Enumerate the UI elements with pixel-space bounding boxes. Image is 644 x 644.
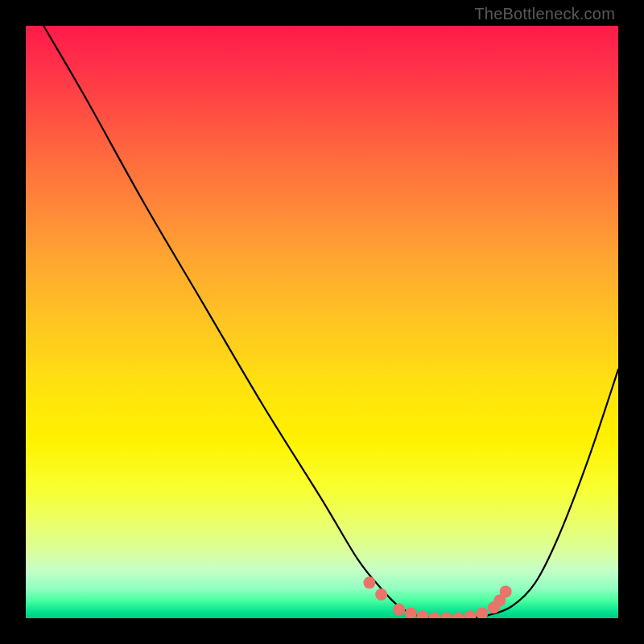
marker-dot — [375, 588, 387, 601]
marker-dot — [440, 613, 452, 619]
marker-dot — [405, 608, 417, 618]
bottleneck-curve — [43, 26, 618, 618]
chart-svg — [26, 26, 618, 618]
marker-dot — [363, 576, 375, 588]
chart-frame: TheBottleneck.com — [0, 0, 644, 644]
watermark-text: TheBottleneck.com — [474, 5, 615, 23]
marker-dot — [476, 608, 488, 618]
plot-area — [26, 26, 618, 618]
marker-dot — [464, 610, 477, 618]
marker-dot — [393, 603, 405, 615]
marker-dot — [452, 613, 464, 619]
marker-dot — [428, 613, 440, 619]
marker-dot — [417, 610, 429, 618]
marker-dot — [500, 585, 512, 597]
optimal-zone-markers — [363, 576, 511, 618]
